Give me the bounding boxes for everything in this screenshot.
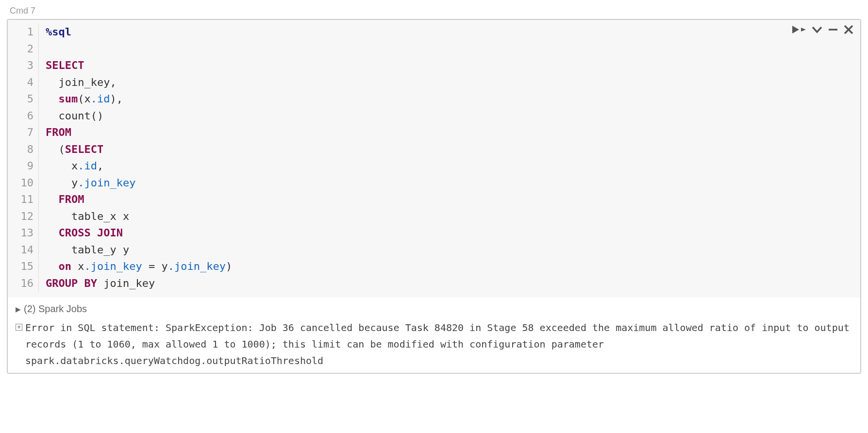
spark-jobs-label: (2) Spark Jobs: [24, 303, 87, 315]
cell-toolbar: [792, 25, 853, 34]
cell-command-label: Cmd 7: [7, 5, 861, 19]
code-content[interactable]: %sql SELECT join_key, sum(x.id), count()…: [39, 24, 232, 292]
caret-right-icon: ▶: [16, 305, 21, 313]
line-number: 8: [16, 141, 33, 158]
code-line[interactable]: FROM: [46, 124, 232, 141]
minimize-button[interactable]: [828, 25, 838, 34]
code-line[interactable]: on x.join_key = y.join_key): [46, 258, 232, 275]
line-number: 7: [16, 124, 33, 141]
close-icon: [844, 25, 853, 34]
expand-down-button[interactable]: [812, 25, 822, 34]
code-line[interactable]: CROSS JOIN: [46, 225, 232, 242]
cell-output: ▶ (2) Spark Jobs + Error in SQL statemen…: [8, 298, 860, 373]
code-line[interactable]: FROM: [46, 191, 232, 208]
line-number: 16: [16, 275, 33, 292]
code-editor[interactable]: 12345678910111213141516 %sql SELECT join…: [8, 20, 860, 298]
code-line[interactable]: y.join_key: [46, 175, 232, 192]
line-number: 11: [16, 191, 33, 208]
line-number: 5: [16, 91, 33, 108]
svg-marker-0: [792, 26, 799, 33]
code-line[interactable]: sum(x.id),: [46, 91, 232, 108]
line-number: 13: [16, 225, 33, 242]
chevron-down-icon: [812, 25, 822, 34]
close-button[interactable]: [844, 25, 853, 34]
line-number: 9: [16, 158, 33, 175]
play-icon: [792, 25, 806, 34]
expand-error-button[interactable]: +: [16, 324, 22, 331]
spark-jobs-toggle[interactable]: ▶ (2) Spark Jobs: [16, 303, 852, 319]
code-line[interactable]: table_y y: [46, 242, 232, 259]
line-number: 14: [16, 242, 33, 259]
line-number: 1: [16, 24, 33, 41]
notebook-cell: Cmd 7: [7, 5, 861, 374]
line-number-gutter: 12345678910111213141516: [8, 24, 39, 292]
line-number: 12: [16, 208, 33, 225]
run-button[interactable]: [792, 25, 806, 34]
line-number: 10: [16, 175, 33, 192]
code-line[interactable]: table_x x: [46, 208, 232, 225]
code-line[interactable]: [46, 41, 232, 58]
line-number: 6: [16, 108, 33, 125]
code-line[interactable]: count(): [46, 108, 232, 125]
code-line[interactable]: %sql: [46, 24, 232, 41]
code-line[interactable]: join_key,: [46, 74, 232, 91]
error-output-row: + Error in SQL statement: SparkException…: [16, 319, 852, 369]
line-number: 2: [16, 41, 33, 58]
line-number: 3: [16, 57, 33, 74]
line-number: 4: [16, 74, 33, 91]
error-message: Error in SQL statement: SparkException: …: [25, 319, 852, 369]
code-line[interactable]: (SELECT: [46, 141, 232, 158]
line-number: 15: [16, 258, 33, 275]
minus-icon: [828, 25, 838, 34]
code-line[interactable]: GROUP BY join_key: [46, 275, 232, 292]
code-line[interactable]: SELECT: [46, 57, 232, 74]
code-line[interactable]: x.id,: [46, 158, 232, 175]
cell-frame: 12345678910111213141516 %sql SELECT join…: [7, 19, 861, 374]
svg-marker-1: [801, 28, 806, 32]
